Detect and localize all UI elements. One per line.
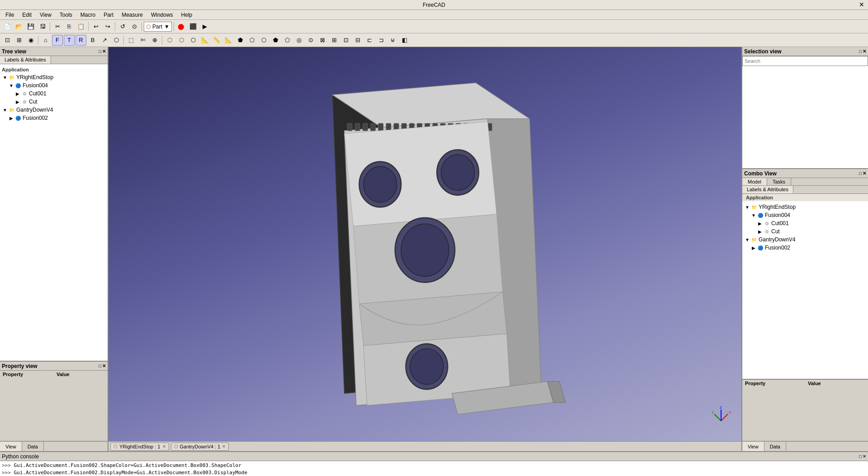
left-tab-view[interactable]: View [0,442,22,451]
measure-b7[interactable]: ⬟ [270,35,281,46]
prop-close-icon[interactable]: ✕ [102,363,106,368]
measure-b6[interactable]: ⬡ [258,35,269,46]
right-tree-toggle-gantry[interactable]: ▼ [744,237,750,242]
measure-b16[interactable]: ⊐ [376,35,387,46]
back-view-button[interactable]: ↗ [99,35,110,46]
save-as-button[interactable]: 🖫 [37,21,48,32]
tree-toggle-gantry[interactable]: ▼ [2,108,8,113]
menu-windows[interactable]: Windows [147,11,177,19]
bottom-view-button[interactable]: B [87,35,98,46]
execute-button[interactable]: ▶ [199,21,210,32]
viewport-tab-gantry[interactable]: ⬡ GantryDownV4 : 1 ✕ [171,443,229,451]
tree-maximize-icon[interactable]: □ [99,49,101,54]
menu-measure[interactable]: Measure [118,11,146,19]
combo-tab-model[interactable]: Model [742,178,767,185]
close-button[interactable]: ✕ [857,1,866,8]
tree-item-yright[interactable]: ▼ 📁 YRightEndStop [0,73,108,81]
measure-b3[interactable]: 📐 [223,35,234,46]
combo-close-icon[interactable]: ✕ [863,171,866,176]
left-tab-data[interactable]: Data [22,442,44,451]
menu-help[interactable]: Help [178,11,196,19]
menu-part[interactable]: Part [100,11,117,19]
right-tree-toggle-fusion002[interactable]: ▶ [750,245,757,250]
box-sel-button[interactable]: ⬚ [126,35,137,46]
right-view-button[interactable]: R [75,35,86,46]
viewport[interactable]: X Y Z ⬡ YRightEndStop : 1 ✕ ⬡ GantryDown… [108,47,741,451]
menu-tools[interactable]: Tools [56,11,76,19]
record-stop-button[interactable]: ⬤ [176,21,187,32]
right-tree-toggle-fusion004[interactable]: ▼ [750,213,757,218]
viewport-canvas[interactable]: X Y Z [108,47,741,441]
fit-sel-button[interactable]: ⊞ [14,35,24,46]
cut-button[interactable]: ✂ [52,21,63,32]
measure-b13[interactable]: ⊡ [340,35,351,46]
tree-toggle-cut[interactable]: ▶ [14,99,21,104]
measure-b10[interactable]: ⊙ [305,35,316,46]
search-input[interactable] [742,56,868,66]
tree-toggle-yright[interactable]: ▼ [2,75,8,80]
save-button[interactable]: 💾 [25,21,36,32]
console-close-icon[interactable]: ✕ [863,454,866,459]
home-view-button[interactable]: ⌂ [40,35,51,46]
right-tree-item-cut001[interactable]: ▶ ⚙ Cut001 [742,219,868,227]
undo-button[interactable]: ↩ [90,21,101,32]
right-tree-toggle-yright[interactable]: ▼ [744,205,750,210]
tree-toggle-fusion002[interactable]: ▶ [8,116,14,121]
menu-view[interactable]: View [36,11,55,19]
right-tree-item-yright[interactable]: ▼ 📁 YRightEndStop [742,203,868,211]
right-tree-toggle-cut001[interactable]: ▶ [757,221,763,226]
menu-file[interactable]: File [2,11,18,19]
tree-item-fusion002[interactable]: ▶ 🔵 Fusion002 [0,114,108,122]
draw-style-button[interactable]: ◉ [25,35,36,46]
measure-b18[interactable]: ◧ [399,35,410,46]
measure-b11[interactable]: ⊠ [317,35,328,46]
console-maximize-icon[interactable]: □ [859,454,862,459]
menu-macro[interactable]: Macro [77,11,99,19]
toggle-axis-button[interactable]: ⊕ [149,35,160,46]
tree-toggle-cut001[interactable]: ▶ [14,91,21,96]
record-square-button[interactable]: ⬛ [188,21,198,32]
tree-item-cut001[interactable]: ▶ ⚙ Cut001 [0,90,108,98]
redo-button[interactable]: ↪ [102,21,113,32]
open-button[interactable]: 📂 [14,21,24,32]
console-content[interactable]: >>> Gui.ActiveDocument.Fusion002.ShapeCo… [0,461,868,476]
iso-view-button[interactable]: ⬡ [111,35,122,46]
right-tree-item-cut[interactable]: ▶ ⚙ Cut [742,227,868,236]
right-tree-item-fusion002[interactable]: ▶ 🔵 Fusion002 [742,244,868,252]
tab-gantry-close[interactable]: ✕ [222,444,226,449]
combo-inner-tab-labels[interactable]: Labels & Attributes [742,186,793,193]
tab-yright-close[interactable]: ✕ [162,444,166,449]
part3-button[interactable]: ⬡ [188,35,198,46]
fit-all-button[interactable]: ⊡ [2,35,13,46]
right-tree-item-fusion004[interactable]: ▼ 🔵 Fusion004 [742,211,868,219]
measure-b14[interactable]: ⊟ [352,35,363,46]
measure-b9[interactable]: ◎ [293,35,304,46]
viewport-tab-yright[interactable]: ⬡ YRightEndStop : 1 ✕ [110,443,169,451]
prop-maximize-icon[interactable]: □ [99,363,101,368]
measure-b15[interactable]: ⊏ [364,35,375,46]
macro-button[interactable]: ⊙ [129,21,140,32]
part2-button[interactable]: ⬡ [176,35,187,46]
measure-b8[interactable]: ⬠ [282,35,292,46]
front-view-button[interactable]: F [52,35,63,46]
measure-b5[interactable]: ⬠ [246,35,257,46]
sel-close-icon[interactable]: ✕ [863,49,866,54]
tree-toggle-fusion004[interactable]: ▼ [8,83,14,88]
right-tree-item-gantry[interactable]: ▼ 📁 GantryDownV4 [742,236,868,244]
tree-item-cut[interactable]: ▶ ⚙ Cut [0,98,108,106]
workbench-dropdown[interactable]: ⬡ Part ▼ [144,22,172,32]
clip-button[interactable]: ✄ [137,35,148,46]
measure-b1[interactable]: 📐 [199,35,210,46]
right-tab-data[interactable]: Data [764,442,786,451]
tree-close-icon[interactable]: ✕ [102,49,106,54]
sel-maximize-icon[interactable]: □ [859,49,862,54]
combo-maximize-icon[interactable]: □ [859,171,862,176]
measure-b12[interactable]: ⊞ [329,35,340,46]
menu-edit[interactable]: Edit [19,11,35,19]
measure-b17[interactable]: ⊎ [387,35,398,46]
copy-button[interactable]: ⎘ [64,21,75,32]
part-icon-button[interactable]: ⬡ [164,35,175,46]
right-tab-view[interactable]: View [742,442,764,451]
refresh-button[interactable]: ↺ [117,21,128,32]
tree-item-fusion004[interactable]: ▼ 🔵 Fusion004 [0,81,108,90]
